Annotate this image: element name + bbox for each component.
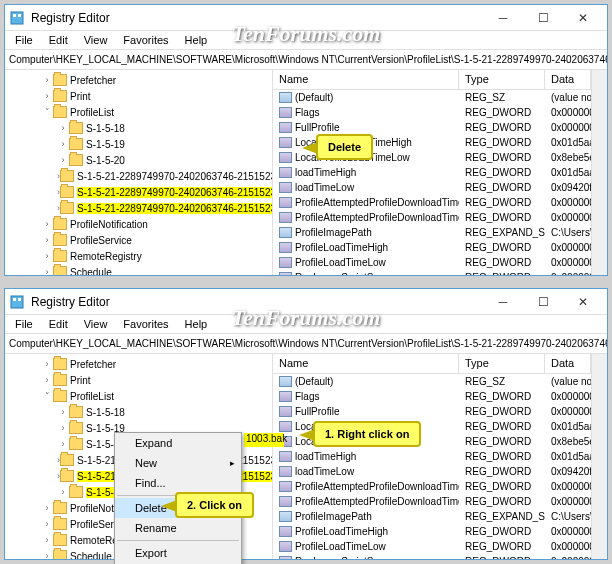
tree-item[interactable]: ›Prefetcher [5, 72, 272, 88]
tree-item[interactable]: ›S-1-5-19 [5, 136, 272, 152]
value-row[interactable]: ProfileAttemptedProfileDownloadTimeLowRE… [273, 494, 591, 509]
value-row[interactable]: loadTimeLowREG_DWORD0x09420fb0 (15532433… [273, 180, 591, 195]
tree-item[interactable]: ›S-1-5-20 [5, 152, 272, 168]
value-row[interactable]: ProfileImagePathREG_EXPAND_SZC:\Users\Br… [273, 509, 591, 524]
expand-toggle-icon[interactable]: › [41, 535, 53, 545]
expand-toggle-icon[interactable]: ˅ [41, 391, 53, 401]
minimize-button[interactable]: ─ [483, 291, 523, 313]
menu-file[interactable]: File [7, 316, 41, 332]
key-tree[interactable]: ›Prefetcher›Print˅ProfileList›S-1-5-18›S… [5, 70, 273, 275]
tree-item[interactable]: ›S-1-5-21-2289749970-2402063746-21515230… [5, 200, 272, 216]
value-row[interactable]: ProfileImagePathREG_EXPAND_SZC:\Users\Br… [273, 225, 591, 240]
titlebar[interactable]: Registry Editor ─ ☐ ✕ [5, 289, 607, 315]
value-row[interactable]: FullProfileREG_DWORD0x00000001 (1) [273, 404, 591, 419]
expand-toggle-icon[interactable]: › [41, 235, 53, 245]
menu-help[interactable]: Help [177, 316, 216, 332]
col-type[interactable]: Type [459, 70, 545, 89]
value-row[interactable]: ProfileLoadTimeHighREG_DWORD0x00000000 (… [273, 240, 591, 255]
menu-file[interactable]: File [7, 32, 41, 48]
maximize-button[interactable]: ☐ [523, 7, 563, 29]
value-row[interactable]: ProfileAttemptedProfileDownloadTimeLowRE… [273, 210, 591, 225]
list-header[interactable]: Name Type Data [273, 354, 591, 374]
expand-toggle-icon[interactable]: › [57, 155, 69, 165]
tree-item[interactable]: ›S-1-5-18 [5, 120, 272, 136]
callout-click-on: 2. Click on [175, 492, 254, 518]
maximize-button[interactable]: ☐ [523, 291, 563, 313]
menu-view[interactable]: View [76, 316, 116, 332]
value-list[interactable]: Name Type Data (Default)REG_SZ(value not… [273, 70, 591, 275]
menu-edit[interactable]: Edit [41, 32, 76, 48]
menu-favorites[interactable]: Favorites [115, 32, 176, 48]
tree-item[interactable]: ˅ProfileList [5, 388, 272, 404]
col-type[interactable]: Type [459, 354, 545, 373]
expand-toggle-icon[interactable]: › [57, 123, 69, 133]
value-row[interactable]: RunLogonScriptSyncREG_DWORD0x00000000 (0… [273, 270, 591, 275]
ctx-export[interactable]: Export [115, 543, 241, 563]
expand-toggle-icon[interactable]: › [41, 375, 53, 385]
expand-toggle-icon[interactable]: › [41, 359, 53, 369]
value-row[interactable]: ProfileAttemptedProfileDownloadTimeHighR… [273, 195, 591, 210]
expand-toggle-icon[interactable]: › [57, 423, 69, 433]
expand-toggle-icon[interactable]: › [41, 75, 53, 85]
expand-toggle-icon[interactable]: ˅ [41, 107, 53, 117]
tree-item[interactable]: ›S-1-5-21-2289749970-2402063746-21515230… [5, 184, 272, 200]
close-button[interactable]: ✕ [563, 291, 603, 313]
expand-toggle-icon[interactable]: › [57, 487, 69, 497]
expand-toggle-icon[interactable]: › [57, 139, 69, 149]
menu-help[interactable]: Help [177, 32, 216, 48]
menu-favorites[interactable]: Favorites [115, 316, 176, 332]
tree-item[interactable]: ›Schedule [5, 264, 272, 275]
tree-item[interactable]: ›RemoteRegistry [5, 248, 272, 264]
expand-toggle-icon[interactable]: › [41, 267, 53, 275]
value-row[interactable]: (Default)REG_SZ(value not set) [273, 374, 591, 389]
col-data[interactable]: Data [545, 354, 591, 373]
ctx-new[interactable]: New [115, 453, 241, 473]
expand-toggle-icon[interactable]: › [41, 219, 53, 229]
tree-item[interactable]: ˅ProfileList [5, 104, 272, 120]
value-row[interactable]: loadTimeHighREG_DWORD0x01d5aac7 (3078010… [273, 449, 591, 464]
menu-edit[interactable]: Edit [41, 316, 76, 332]
tree-item[interactable]: ›ProfileService [5, 232, 272, 248]
expand-toggle-icon[interactable]: › [41, 251, 53, 261]
ctx-expand[interactable]: Expand [115, 433, 241, 453]
value-row[interactable]: (Default)REG_SZ(value not set) [273, 90, 591, 105]
address-bar[interactable]: Computer\HKEY_LOCAL_MACHINE\SOFTWARE\Mic… [5, 50, 607, 70]
close-button[interactable]: ✕ [563, 7, 603, 29]
tree-item[interactable]: ›S-1-5-21-2289749970-2402063746-21515230… [5, 168, 272, 184]
expand-toggle-icon[interactable]: › [57, 407, 69, 417]
col-name[interactable]: Name [273, 70, 459, 89]
tree-item[interactable]: ›S-1-5-18 [5, 404, 272, 420]
scrollbar-vertical[interactable] [591, 354, 607, 559]
value-row[interactable]: ProfileLoadTimeLowREG_DWORD0x00000000 (0… [273, 539, 591, 554]
value-row[interactable]: RunLogonScriptSyncREG_DWORD0x00000000 (0… [273, 554, 591, 559]
tree-item[interactable]: ›Print [5, 88, 272, 104]
expand-toggle-icon[interactable]: › [41, 91, 53, 101]
value-row[interactable]: ProfileLoadTimeHighREG_DWORD0x00000000 (… [273, 524, 591, 539]
value-row[interactable]: FullProfileREG_DWORD0x00000001 (1) [273, 120, 591, 135]
value-name: Flags [273, 107, 459, 119]
expand-toggle-icon[interactable]: › [41, 519, 53, 529]
menu-view[interactable]: View [76, 32, 116, 48]
address-bar[interactable]: Computer\HKEY_LOCAL_MACHINE\SOFTWARE\Mic… [5, 334, 607, 354]
scrollbar-vertical[interactable] [591, 70, 607, 275]
tree-item[interactable]: ›Print [5, 372, 272, 388]
ctx-find[interactable]: Find... [115, 473, 241, 493]
expand-toggle-icon[interactable]: › [41, 551, 53, 559]
value-row[interactable]: ProfileAttemptedProfileDownloadTimeHighR… [273, 479, 591, 494]
value-row[interactable]: FlagsREG_DWORD0x00000000 (0) [273, 105, 591, 120]
expand-toggle-icon[interactable]: › [41, 503, 53, 513]
col-data[interactable]: Data [545, 70, 591, 89]
value-list[interactable]: Name Type Data (Default)REG_SZ(value not… [273, 354, 591, 559]
ctx-rename[interactable]: Rename [115, 518, 241, 538]
expand-toggle-icon[interactable]: › [57, 439, 69, 449]
value-row[interactable]: loadTimeHighREG_DWORD0x01d5aac7 (3078010… [273, 165, 591, 180]
tree-item[interactable]: ›ProfileNotification [5, 216, 272, 232]
value-row[interactable]: ProfileLoadTimeLowREG_DWORD0x00000000 (0… [273, 255, 591, 270]
value-row[interactable]: FlagsREG_DWORD0x00000000 (0) [273, 389, 591, 404]
list-header[interactable]: Name Type Data [273, 70, 591, 90]
tree-item[interactable]: ›Prefetcher [5, 356, 272, 372]
value-row[interactable]: loadTimeLowREG_DWORD0x09420fb0 (15532433… [273, 464, 591, 479]
titlebar[interactable]: Registry Editor ─ ☐ ✕ [5, 5, 607, 31]
minimize-button[interactable]: ─ [483, 7, 523, 29]
col-name[interactable]: Name [273, 354, 459, 373]
